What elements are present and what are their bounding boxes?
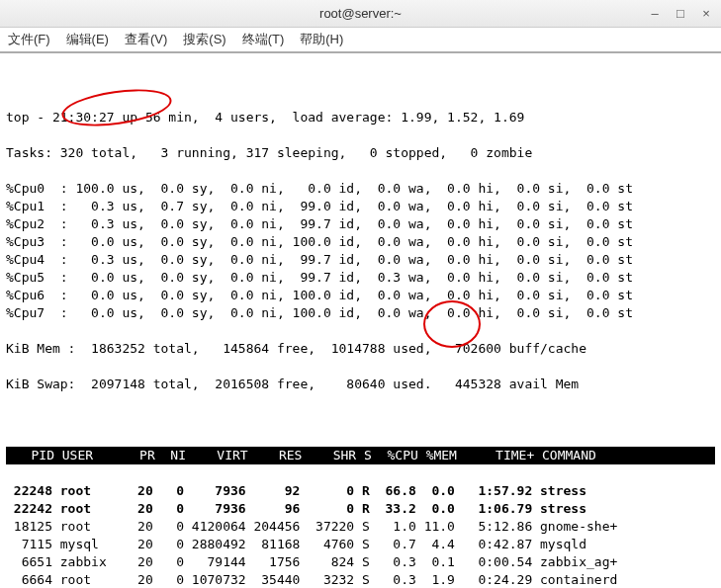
window-titlebar: root@server:~ – □ ×: [0, 0, 721, 28]
swap-line: KiB Swap: 2097148 total, 2016508 free, 8…: [6, 376, 715, 393]
process-row: 7115 mysql 20 0 2880492 81168 4760 S 0.7…: [6, 536, 715, 553]
terminal-output[interactable]: top - 21:30:27 up 56 min, 4 users, load …: [0, 53, 721, 588]
top-uptime-line: top - 21:30:27 up 56 min, 4 users, load …: [6, 109, 715, 126]
menu-edit[interactable]: 编辑(E): [66, 31, 109, 48]
process-row: 6664 root 20 0 1070732 35440 3232 S 0.3 …: [6, 571, 715, 588]
cpu-line: %Cpu0 : 100.0 us, 0.0 sy, 0.0 ni, 0.0 id…: [6, 180, 715, 198]
cpu-line: %Cpu3 : 0.0 us, 0.0 sy, 0.0 ni, 100.0 id…: [6, 233, 715, 251]
process-row: 18125 root 20 0 4120064 204456 37220 S 1…: [6, 518, 715, 536]
process-row: 6651 zabbix 20 0 79144 1756 824 S 0.3 0.…: [6, 553, 715, 571]
menu-help[interactable]: 帮助(H): [300, 31, 343, 48]
process-row: 22242 root 20 0 7936 96 0 R 33.2 0.0 1:0…: [6, 500, 715, 518]
cpu-line: %Cpu6 : 0.0 us, 0.0 sy, 0.0 ni, 100.0 id…: [6, 287, 715, 304]
cpu-line: %Cpu1 : 0.3 us, 0.7 sy, 0.0 ni, 99.0 id,…: [6, 198, 715, 215]
mem-line: KiB Mem : 1863252 total, 145864 free, 10…: [6, 340, 715, 358]
cpu-line: %Cpu5 : 0.0 us, 0.0 sy, 0.0 ni, 99.7 id,…: [6, 269, 715, 287]
menu-file[interactable]: 文件(F): [8, 31, 50, 48]
menu-view[interactable]: 查看(V): [125, 31, 167, 48]
menu-bar: 文件(F) 编辑(E) 查看(V) 搜索(S) 终端(T) 帮助(H): [0, 28, 721, 53]
maximize-icon[interactable]: □: [674, 7, 687, 21]
window-title: root@server:~: [319, 6, 402, 21]
cpu-lines: %Cpu0 : 100.0 us, 0.0 sy, 0.0 ni, 0.0 id…: [6, 180, 715, 322]
menu-search[interactable]: 搜索(S): [183, 31, 225, 48]
process-header: PID USER PR NI VIRT RES SHR S %CPU %MEM …: [6, 447, 715, 464]
cpu-line: %Cpu2 : 0.3 us, 0.0 sy, 0.0 ni, 99.7 id,…: [6, 215, 715, 233]
process-list: 22248 root 20 0 7936 92 0 R 66.8 0.0 1:5…: [6, 482, 715, 588]
menu-terminal[interactable]: 终端(T): [242, 31, 285, 48]
top-tasks-line: Tasks: 320 total, 3 running, 317 sleepin…: [6, 144, 715, 162]
close-icon[interactable]: ×: [699, 7, 713, 21]
process-row: 22248 root 20 0 7936 92 0 R 66.8 0.0 1:5…: [6, 482, 715, 500]
minimize-icon[interactable]: –: [648, 7, 662, 21]
blank-line: [6, 411, 715, 429]
cpu-line: %Cpu4 : 0.3 us, 0.0 sy, 0.0 ni, 99.7 id,…: [6, 251, 715, 269]
cpu-line: %Cpu7 : 0.0 us, 0.0 sy, 0.0 ni, 100.0 id…: [6, 304, 715, 322]
